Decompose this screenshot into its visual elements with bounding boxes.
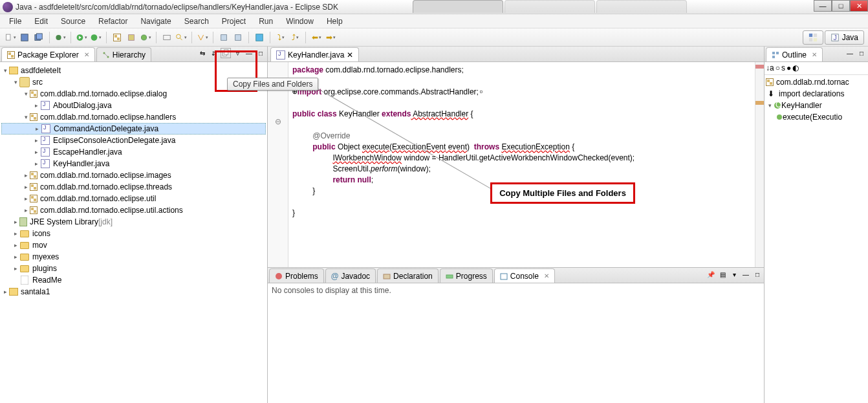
new-type-button[interactable] — [125, 31, 138, 44]
outline-imports[interactable]: ⬇import declarations — [766, 88, 867, 100]
copy-files-button[interactable] — [221, 48, 231, 58]
tree-package[interactable]: ▸com.ddlab.rnd.tornado.eclipse.threads — [1, 181, 266, 193]
tree-java-file[interactable]: ▸EscapeHandler.java — [1, 146, 266, 158]
sort-button[interactable]: ↓a — [766, 63, 774, 73]
outline-tab[interactable]: Outline ✕ — [766, 47, 823, 61]
tree-folder[interactable]: ▸icons — [1, 228, 266, 239]
tree-java-file[interactable]: ▸KeyHandler.java — [1, 158, 266, 169]
save-all-button[interactable] — [32, 31, 45, 44]
menu-file[interactable]: File — [3, 16, 28, 27]
close-icon[interactable]: ✕ — [812, 51, 817, 58]
minimize-view-button[interactable]: — — [845, 48, 855, 58]
outline-class[interactable]: ▾CKeyHandler — [766, 100, 867, 111]
close-icon[interactable]: ✕ — [84, 51, 89, 58]
next-annotation-button[interactable]: ⤵▾ — [274, 31, 287, 44]
run-last-button[interactable]: ▾ — [89, 31, 102, 44]
run-button[interactable]: ▾ — [75, 31, 88, 44]
tree-folder[interactable]: ▸mov — [1, 239, 266, 251]
menu-navigate[interactable]: Navigate — [134, 16, 177, 27]
search-button[interactable]: ▾ — [175, 31, 188, 44]
menu-search[interactable]: Search — [178, 16, 215, 27]
tree-java-file[interactable]: ▸AboutDialog.java — [1, 100, 266, 111]
view-menu-button[interactable]: ▿ — [232, 48, 243, 58]
hide-static-button[interactable]: s — [781, 63, 785, 73]
tree-project[interactable]: ▾asdfdeleteIt — [1, 65, 266, 76]
close-icon[interactable]: ✕ — [347, 50, 353, 60]
collapse-all-button[interactable]: ⇆ — [197, 48, 208, 58]
menu-source[interactable]: Source — [54, 16, 92, 27]
tree-package[interactable]: ▾com.ddlab.rnd.tornado.eclipse.handlers — [1, 111, 266, 123]
toggle-mark-button[interactable]: ▾ — [196, 31, 209, 44]
outline-package[interactable]: com.ddlab.rnd.tornac — [766, 76, 867, 88]
menu-edit[interactable]: Edit — [28, 16, 54, 27]
java-perspective-button[interactable]: J Java — [825, 30, 864, 45]
pin-console-button[interactable]: 📌 — [706, 269, 716, 279]
display-console-button[interactable]: ▤ — [717, 269, 728, 279]
open-perspective-button[interactable] — [803, 30, 823, 45]
minimize-button[interactable]: — — [814, 0, 832, 12]
console-tab[interactable]: Console✕ — [494, 268, 555, 283]
pin-button[interactable] — [253, 31, 266, 44]
tree-java-file[interactable]: ▸EclipseConsoleActionDelegate.java — [1, 135, 266, 146]
maximize-view-button[interactable]: □ — [752, 269, 763, 279]
menu-run[interactable]: Run — [252, 16, 279, 27]
close-button[interactable]: ✕ — [850, 0, 868, 12]
package-icon — [766, 78, 774, 86]
editor-tab[interactable]: KeyHandler.java ✕ — [270, 47, 359, 61]
problems-tab[interactable]: Problems — [269, 268, 324, 283]
tree-package[interactable]: ▸com.ddlab.rnd.tornado.eclipse.images — [1, 169, 266, 181]
prev-annotation-button[interactable]: ⤴▾ — [288, 31, 301, 44]
hierarchy-tab[interactable]: Hierarchy — [96, 47, 151, 61]
maximize-view-button[interactable]: □ — [856, 48, 867, 58]
hide-nonpublic-button[interactable]: ● — [787, 63, 791, 73]
open-type-button[interactable] — [160, 31, 173, 44]
menu-window[interactable]: Window — [279, 16, 320, 27]
tree-src[interactable]: ▾src — [1, 76, 266, 88]
save-button[interactable] — [18, 31, 31, 44]
tree-java-file-selected[interactable]: ▸CommandActionDelegate.java — [1, 123, 266, 135]
debug-button[interactable]: ▾ — [54, 31, 67, 44]
minimize-view-button[interactable]: — — [741, 269, 751, 279]
tree-package[interactable]: ▸com.ddlab.rnd.tornado.eclipse.util — [1, 193, 266, 204]
tree-folder[interactable]: ▸myexes — [1, 251, 266, 263]
class-icon: C — [774, 102, 781, 109]
outline-method[interactable]: execute(Executio — [766, 111, 867, 123]
menu-project[interactable]: Project — [215, 16, 252, 27]
warning-marker-icon[interactable] — [755, 101, 764, 105]
cut-button[interactable] — [217, 31, 230, 44]
package-explorer-tab[interactable]: Package Explorer ✕ — [1, 47, 95, 61]
paste-button[interactable] — [232, 31, 244, 44]
editor-area[interactable]: ⊖ package com.ddlab.rnd.tornado.eclipse.… — [268, 62, 764, 267]
minimize-view-button[interactable]: — — [244, 48, 254, 58]
tree-package[interactable]: ▸com.ddlab.rnd.tornado.eclipse.util.acti… — [1, 204, 266, 216]
maximize-view-button[interactable]: □ — [255, 48, 266, 58]
error-marker-icon[interactable] — [755, 65, 764, 69]
back-button[interactable]: ⬅▾ — [310, 31, 323, 44]
forward-button[interactable]: ➡▾ — [324, 31, 337, 44]
tree-project[interactable]: ▸santala1 — [1, 286, 266, 298]
new-class-button[interactable]: ▾ — [139, 31, 152, 44]
progress-tab[interactable]: Progress — [440, 268, 493, 283]
tree-file[interactable]: ReadMe — [1, 274, 266, 286]
hide-local-button[interactable]: ◐ — [792, 63, 799, 73]
declaration-tab[interactable]: Declaration — [377, 268, 439, 283]
hide-fields-button[interactable]: ○ — [776, 63, 780, 73]
tree-jre[interactable]: ▸JRE System Library [jdk] — [1, 216, 266, 228]
fold-marker-icon[interactable]: ⊖ — [275, 117, 281, 124]
code-editor[interactable]: package com.ddlab.rnd.tornado.eclipse.ha… — [288, 62, 755, 267]
menu-refactor[interactable]: Refactor — [92, 16, 134, 27]
overview-ruler[interactable] — [755, 62, 764, 267]
new-button[interactable]: ▾ — [4, 31, 17, 44]
close-icon[interactable]: ✕ — [544, 272, 549, 279]
open-console-button[interactable]: ▾ — [729, 269, 739, 279]
link-editor-button[interactable]: ⇵ — [209, 48, 219, 58]
menu-help[interactable]: Help — [320, 16, 349, 27]
tree-package[interactable]: ▾com.ddlab.rnd.tornado.eclipse.dialog — [1, 88, 266, 100]
new-package-button[interactable] — [111, 31, 124, 44]
package-tree[interactable]: ▾asdfdeleteIt ▾src ▾com.ddlab.rnd.tornad… — [0, 62, 267, 403]
svg-rect-14 — [256, 34, 263, 41]
maximize-button[interactable]: □ — [832, 0, 850, 12]
tree-folder[interactable]: ▸plugins — [1, 263, 266, 274]
javadoc-tab[interactable]: @Javadoc — [325, 268, 376, 283]
outline-tree[interactable]: com.ddlab.rnd.tornac ⬇import declaration… — [765, 75, 868, 403]
